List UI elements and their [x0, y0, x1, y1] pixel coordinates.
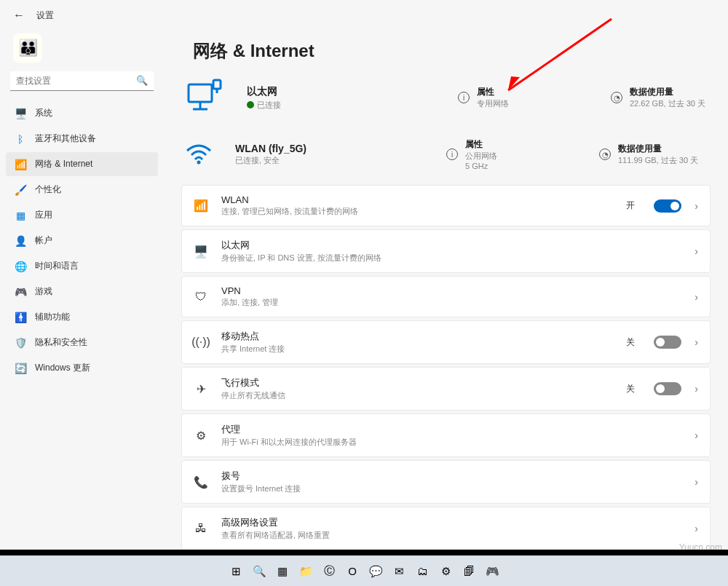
nav-icon: ᛒ	[15, 133, 26, 145]
taskbar-item-1[interactable]: 🔍	[250, 562, 269, 581]
chevron-right-icon: ›	[695, 336, 698, 348]
toggle-airplane[interactable]	[654, 382, 681, 395]
taskbar-item-11[interactable]: 🎮	[483, 562, 502, 581]
taskbar-item-8[interactable]: 🗂	[413, 562, 432, 581]
sidebar-item-1[interactable]: ᛒ蓝牙和其他设备	[6, 127, 158, 151]
sidebar-item-10[interactable]: 🔄Windows 更新	[6, 356, 158, 380]
taskbar-item-7[interactable]: ✉	[389, 562, 408, 581]
page-title: 网络 & Internet	[193, 39, 711, 63]
card-sub: 连接, 管理已知网络, 按流量计费的网络	[221, 206, 613, 217]
app-title: 设置	[36, 9, 54, 22]
card-proxy[interactable]: ⚙ 代理用于 Wi-Fi 和以太网连接的代理服务器 ›	[181, 413, 711, 457]
sidebar-item-3[interactable]: 🖌️个性化	[6, 178, 158, 202]
card-advanced[interactable]: 🖧 高级网络设置查看所有网络适配器, 网络重置 ›	[181, 507, 711, 550]
sidebar: 👪 🔍 🖥️系统ᛒ蓝牙和其他设备📶网络 & Internet🖌️个性化▦应用👤帐…	[0, 26, 164, 554]
taskbar-item-4[interactable]: Ⓒ	[320, 562, 339, 581]
taskbar: ⊞🔍▦📁ⒸO💬✉🗂⚙🗐🎮	[0, 555, 728, 586]
chart-icon: ◔	[599, 149, 611, 160]
chevron-right-icon: ›	[695, 383, 698, 395]
wlan-prop-sub2: 5 GHz	[465, 162, 497, 170]
card-hotspot[interactable]: ((·)) 移动热点共享 Internet 连接 关›	[181, 320, 711, 364]
sidebar-item-8[interactable]: 🚹辅助功能	[6, 305, 158, 329]
connected-dot-icon	[247, 101, 254, 108]
toggle-label: 开	[626, 199, 635, 212]
search-input[interactable]	[10, 71, 154, 91]
ethernet-icon	[184, 77, 225, 118]
taskbar-item-3[interactable]: 📁	[296, 562, 315, 581]
airplane-icon: ✈	[194, 382, 208, 396]
nav-label: 网络 & Internet	[35, 158, 92, 170]
card-title: 以太网	[221, 239, 681, 252]
dialup-icon: 📞	[194, 475, 208, 489]
card-sub: 设置拨号 Internet 连接	[221, 483, 681, 494]
card-sub: 添加, 连接, 管理	[221, 297, 681, 308]
sidebar-item-4[interactable]: ▦应用	[6, 203, 158, 227]
sidebar-item-9[interactable]: 🛡️隐私和安全性	[6, 330, 158, 355]
nav-label: 个性化	[35, 183, 61, 196]
card-sub: 身份验证, IP 和 DNS 设置, 按流量计费的网络	[221, 253, 681, 264]
ethernet-prop-sub: 专用网络	[477, 98, 509, 109]
vpn-icon: 🛡	[194, 290, 208, 304]
wlan-prop-label: 属性	[465, 138, 497, 151]
wlan-title: WLAN (fly_5G)	[235, 143, 424, 154]
ethernet-status-block: 以太网 已连接 i 属性 专用网络 ◔ 数据使用量 22.62 GB, 过去 3…	[181, 71, 711, 128]
black-bar	[0, 550, 728, 555]
sidebar-item-2[interactable]: 📶网络 & Internet	[6, 152, 158, 176]
nav-icon: 📶	[15, 159, 26, 170]
card-wlan[interactable]: 📶 WLAN连接, 管理已知网络, 按流量计费的网络 开›	[181, 185, 711, 226]
info-icon: i	[446, 149, 458, 160]
card-dialup[interactable]: 📞 拨号设置拨号 Internet 连接 ›	[181, 460, 711, 504]
nav-icon: 🚹	[15, 312, 26, 323]
proxy-icon: ⚙	[194, 429, 208, 443]
nav-icon: 👤	[15, 235, 26, 247]
card-title: 移动热点	[221, 330, 613, 343]
taskbar-item-9[interactable]: ⚙	[436, 562, 455, 581]
card-title: 高级网络设置	[221, 516, 681, 529]
card-title: VPN	[221, 285, 681, 296]
wifi-icon	[184, 134, 213, 175]
search-icon[interactable]: 🔍	[136, 75, 148, 86]
wlan-usage-label: 数据使用量	[618, 143, 698, 155]
taskbar-item-5[interactable]: O	[343, 562, 362, 581]
wlan-properties-link[interactable]: i 属性 公用网络 5 GHz	[446, 138, 577, 170]
nav-label: 辅助功能	[35, 311, 70, 323]
ethernet-usage-label: 数据使用量	[630, 86, 705, 98]
ethernet-title: 以太网	[247, 85, 436, 98]
nav-label: 隐私和安全性	[35, 336, 87, 349]
wlan-usage-link[interactable]: ◔ 数据使用量 111.99 GB, 过去 30 天	[599, 143, 708, 166]
ethernet-icon: 🖥️	[194, 245, 208, 258]
nav-label: 帐户	[35, 234, 52, 247]
sidebar-item-7[interactable]: 🎮游戏	[6, 280, 158, 304]
sidebar-item-5[interactable]: 👤帐户	[6, 229, 158, 253]
nav-icon: 🖌️	[15, 184, 26, 196]
taskbar-item-0[interactable]: ⊞	[226, 562, 245, 581]
card-title: 飞行模式	[221, 376, 613, 389]
svg-rect-0	[189, 84, 212, 102]
sidebar-item-0[interactable]: 🖥️系统	[6, 101, 158, 125]
wlan-prop-sub: 公用网络	[465, 151, 497, 162]
taskbar-item-2[interactable]: ▦	[273, 562, 292, 581]
advanced-icon: 🖧	[194, 522, 208, 535]
card-airplane[interactable]: ✈ 飞行模式停止所有无线通信 关›	[181, 367, 711, 411]
wlan-usage-sub: 111.99 GB, 过去 30 天	[618, 155, 698, 166]
sidebar-item-6[interactable]: 🌐时间和语言	[6, 254, 158, 278]
back-button[interactable]: ←	[13, 9, 25, 22]
wlan-status-block: WLAN (fly_5G) 已连接, 安全 i 属性 公用网络 5 GHz ◔ …	[181, 128, 711, 185]
card-sub: 停止所有无线通信	[221, 390, 613, 401]
taskbar-item-6[interactable]: 💬	[366, 562, 385, 581]
card-vpn[interactable]: 🛡 VPN添加, 连接, 管理 ›	[181, 276, 711, 317]
hotspot-icon: ((·))	[194, 336, 208, 349]
toggle-hotspot[interactable]	[654, 336, 681, 349]
ethernet-usage-link[interactable]: ◔ 数据使用量 22.62 GB, 过去 30 天	[611, 86, 720, 109]
chevron-right-icon: ›	[695, 291, 698, 303]
ethernet-properties-link[interactable]: i 属性 专用网络	[458, 86, 589, 109]
toggle-wlan[interactable]	[654, 199, 681, 213]
taskbar-item-10[interactable]: 🗐	[459, 562, 478, 581]
avatar[interactable]: 👪	[13, 33, 42, 63]
nav-icon: 🖥️	[15, 108, 26, 119]
chart-icon: ◔	[611, 92, 622, 103]
chevron-right-icon: ›	[695, 476, 698, 488]
nav-icon: 🎮	[15, 286, 26, 298]
card-ethernet[interactable]: 🖥️ 以太网身份验证, IP 和 DNS 设置, 按流量计费的网络 ›	[181, 229, 711, 273]
card-sub: 用于 Wi-Fi 和以太网连接的代理服务器	[221, 437, 681, 448]
